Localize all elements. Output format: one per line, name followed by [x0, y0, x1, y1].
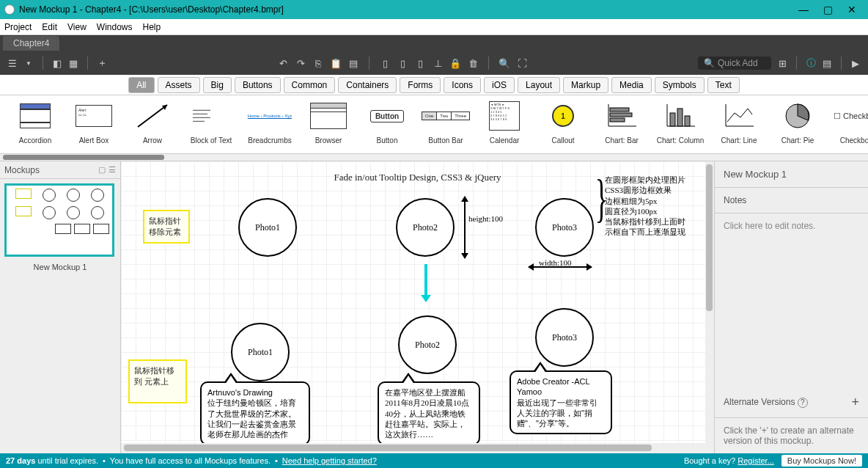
- cat-big[interactable]: Big: [203, 77, 232, 93]
- lock-icon[interactable]: 🔒: [450, 58, 460, 68]
- photo2-circle[interactable]: Photo2: [396, 198, 455, 257]
- comp-chart-line[interactable]: Chart: Line: [710, 98, 768, 153]
- add-icon[interactable]: ＋: [97, 58, 107, 68]
- align-right-icon[interactable]: ▯: [415, 58, 425, 68]
- speech-1[interactable]: Artnuvo's Drawing 位于纽约曼哈顿区，培育了大批世界级的艺术家。…: [200, 381, 310, 443]
- redo-icon[interactable]: ↷: [295, 58, 306, 68]
- svg-line-0: [138, 105, 167, 127]
- paste-icon[interactable]: 📋: [331, 58, 341, 68]
- cat-ios[interactable]: iOS: [484, 77, 515, 93]
- register-link[interactable]: Register...: [738, 456, 774, 465]
- mockup-thumbnail[interactable]: [4, 183, 114, 257]
- cat-containers[interactable]: Containers: [338, 77, 397, 93]
- quick-add-placeholder: Quick Add: [718, 58, 758, 68]
- status-bar: 27 days until trial expires. • You have …: [0, 453, 868, 468]
- list-view-icon[interactable]: ☰: [108, 165, 116, 175]
- cat-common[interactable]: Common: [284, 77, 336, 93]
- menu-windows[interactable]: Windows: [97, 22, 133, 32]
- main-toolbar: ☰ ▼ ◧ ▦ ＋ ↶ ↷ ⎘ 📋 ▤ ▯ ▯ ▯ ⊥ 🔒 🗑 🔍 ⛶ 🔍 Qu…: [0, 51, 868, 75]
- comp-alert-box[interactable]: Alert▭ ▭Alert Box: [65, 98, 123, 153]
- info-icon[interactable]: ⓘ: [806, 58, 816, 68]
- comp-chart-bar[interactable]: Chart: Bar: [592, 98, 651, 153]
- comp-button-bar[interactable]: OneTwoThreeButton Bar: [416, 98, 475, 153]
- cat-all[interactable]: All: [128, 77, 154, 93]
- apps-icon[interactable]: ⊞: [777, 58, 787, 68]
- menu-help[interactable]: Help: [143, 22, 161, 32]
- notes-header: Notes: [715, 188, 868, 213]
- menu-bar: Project Edit View Windows Help: [0, 19, 868, 35]
- menu-project[interactable]: Project: [4, 22, 32, 32]
- clipboard-icon[interactable]: ▤: [348, 58, 358, 68]
- notes-input[interactable]: Click here to edit notes.: [715, 213, 868, 387]
- mockups-panel: Mockups ▢ ☰ New Mockup 1: [0, 161, 121, 453]
- comp-button[interactable]: ButtonButton: [358, 98, 416, 153]
- grid-view-icon[interactable]: ▦: [68, 58, 78, 68]
- canvas-title: Fade in/out Tooltip Design, CSS3 & jQuer…: [334, 172, 501, 183]
- sticky-note-1[interactable]: 鼠标指针 移除元素: [143, 210, 190, 244]
- help-icon[interactable]: ?: [798, 398, 808, 408]
- svg-rect-6: [610, 108, 629, 111]
- speech-3[interactable]: Adobe Creator -ACL Yamoo 最近出现了一些非常引人关注的字…: [510, 370, 612, 434]
- svg-rect-11: [685, 116, 690, 126]
- cat-media[interactable]: Media: [611, 77, 652, 93]
- thumb-view-icon[interactable]: ▢: [98, 165, 106, 175]
- help-link[interactable]: Need help getting started?: [282, 456, 377, 465]
- buy-button[interactable]: Buy Mockups Now!: [781, 455, 862, 467]
- sticky-note-2[interactable]: 鼠标指针移到 元素上: [128, 359, 187, 403]
- comp-breadcrumbs[interactable]: Home › Products › XyzBreadcrumbs: [240, 98, 299, 153]
- cat-text[interactable]: Text: [707, 77, 740, 93]
- minimize-button[interactable]: —: [798, 4, 809, 15]
- photo2b-circle[interactable]: Photo2: [398, 315, 457, 374]
- cat-layout[interactable]: Layout: [518, 77, 560, 93]
- app-logo-icon: [4, 4, 15, 15]
- comp-checkbox[interactable]: ☐ CheckboxCheckbox: [827, 98, 868, 153]
- tab-chapter4[interactable]: Chapter4: [3, 36, 59, 51]
- photo3b-circle[interactable]: Photo3: [535, 308, 594, 367]
- canvas-scrollbar-vertical[interactable]: [705, 161, 714, 443]
- close-button[interactable]: ✕: [847, 4, 856, 15]
- trial-days: 27 days: [6, 456, 35, 465]
- add-version-button[interactable]: +: [851, 395, 859, 410]
- title-bar: New Mockup 1 - Chapter4 - [C:\Users\user…: [0, 0, 868, 19]
- canvas-scrollbar-horizontal[interactable]: [121, 443, 714, 453]
- cat-symbols[interactable]: Symbols: [655, 77, 705, 93]
- copy-icon[interactable]: ⎘: [313, 58, 323, 68]
- cat-markup[interactable]: Markup: [563, 77, 608, 93]
- hamburger-icon[interactable]: ☰: [7, 58, 18, 68]
- align-left-icon[interactable]: ▯: [380, 58, 390, 68]
- undo-icon[interactable]: ↶: [278, 58, 288, 68]
- canvas[interactable]: Fade in/out Tooltip Design, CSS3 & jQuer…: [121, 161, 714, 443]
- align-center-icon[interactable]: ▯: [397, 58, 408, 68]
- list-icon[interactable]: ▤: [822, 58, 832, 68]
- play-icon[interactable]: ▶: [850, 58, 861, 68]
- photo1b-circle[interactable]: Photo1: [231, 323, 290, 381]
- comp-callout[interactable]: 1Callout: [534, 98, 592, 153]
- cat-icons[interactable]: Icons: [444, 77, 481, 93]
- comp-accordion[interactable]: Accordion: [6, 98, 65, 153]
- comp-calendar[interactable]: ◄ MON ►S M T W T F S1 2 3 4 56 7 8 9 0 1…: [475, 98, 534, 153]
- maximize-button[interactable]: ▢: [823, 4, 833, 15]
- comp-browser[interactable]: Browser: [299, 98, 358, 153]
- fit-icon[interactable]: ⛶: [517, 58, 527, 68]
- comp-chart-pie[interactable]: Chart: Pie: [768, 98, 827, 153]
- menu-view[interactable]: View: [67, 22, 87, 32]
- photo3-circle[interactable]: Photo3: [535, 198, 594, 257]
- cat-forms[interactable]: Forms: [400, 77, 441, 93]
- trash-icon[interactable]: 🗑: [468, 58, 478, 68]
- shelf-scrollbar[interactable]: [0, 154, 868, 161]
- cat-assets[interactable]: Assets: [158, 77, 200, 93]
- comp-block-of-text[interactable]: ▬▬▬▬▬▬▬▬▬▬▬▬▬▬▬▬▬▬▬▬▬Block of Text: [182, 98, 240, 153]
- photo1-circle[interactable]: Photo1: [238, 198, 297, 257]
- speech-2[interactable]: 在嘉平地区登上摆渡船2011年8月20日凌晨10点40分，从上凤站乘地铁赶往嘉平…: [378, 381, 480, 443]
- component-shelf: Accordion Alert▭ ▭Alert Box Arrow ▬▬▬▬▬▬…: [0, 95, 868, 154]
- sidebar-toggle-icon[interactable]: ◧: [52, 58, 62, 68]
- comp-chart-column[interactable]: Chart: Column: [651, 98, 710, 153]
- quick-add-input[interactable]: 🔍 Quick Add: [698, 56, 771, 70]
- chevron-down-icon[interactable]: ▼: [23, 58, 34, 68]
- comp-arrow[interactable]: Arrow: [123, 98, 182, 153]
- zoom-icon[interactable]: 🔍: [499, 58, 510, 68]
- distribute-icon[interactable]: ⊥: [433, 58, 443, 68]
- menu-edit[interactable]: Edit: [42, 22, 57, 32]
- trial-text: until trial expires.: [35, 456, 98, 465]
- cat-buttons[interactable]: Buttons: [235, 77, 281, 93]
